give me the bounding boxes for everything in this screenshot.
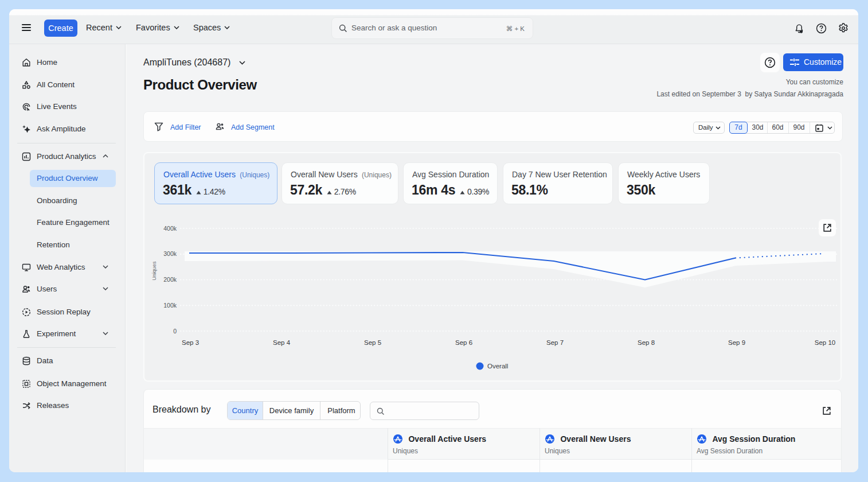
svg-text:Sep 5: Sep 5 [364, 339, 381, 346]
svg-text:Sep 4: Sep 4 [273, 339, 291, 346]
svg-text:Overall: Overall [487, 363, 508, 370]
svg-text:200k: 200k [163, 276, 177, 283]
svg-text:300k: 300k [163, 250, 177, 257]
svg-text:Sep 7: Sep 7 [546, 339, 564, 346]
svg-text:0: 0 [173, 328, 177, 335]
svg-text:100k: 100k [163, 302, 177, 309]
svg-text:Sep 3: Sep 3 [182, 339, 199, 346]
svg-text:Sep 10: Sep 10 [815, 339, 835, 346]
svg-text:Sep 6: Sep 6 [455, 339, 472, 346]
svg-text:400k: 400k [163, 225, 177, 232]
svg-text:Sep 9: Sep 9 [728, 339, 745, 346]
svg-text:Sep 8: Sep 8 [638, 339, 655, 346]
svg-text:Uniques: Uniques [151, 261, 157, 281]
